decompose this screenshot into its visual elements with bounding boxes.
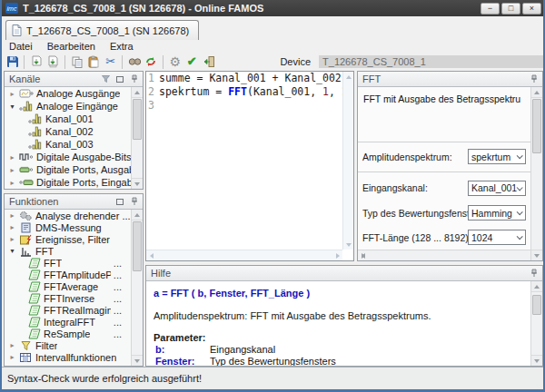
save-icon[interactable] [5, 54, 19, 69]
exit-icon[interactable] [202, 54, 215, 69]
expander-icon[interactable] [8, 247, 16, 255]
expander-icon[interactable] [8, 235, 16, 243]
tree-item-fftaverage[interactable]: FFTAverage ... [5, 280, 131, 292]
tree-item-fftamplitudephase[interactable]: FFTAmplitudePhase ... [5, 269, 131, 280]
sync-icon[interactable] [144, 54, 158, 69]
minimize-button[interactable] [481, 3, 500, 15]
parameter-dots[interactable]: ... [114, 317, 131, 328]
fft-vertical-scrollbar[interactable] [530, 87, 542, 260]
tree-item-ereignisse-filter[interactable]: Ereignisse, Filter [5, 233, 131, 245]
scrollbar-thumb[interactable] [532, 295, 541, 315]
tree-item-fft-group[interactable]: FFT [5, 245, 131, 257]
fft-laenge-dropdown[interactable]: 1024 [468, 230, 526, 245]
paste-icon[interactable] [87, 54, 101, 69]
editor-line[interactable]: 1summe = Kanal_001 + Kanal_002 [146, 72, 342, 85]
tree-item-fft[interactable]: FFT ... [5, 257, 131, 269]
tree-item-resample[interactable]: ReSample ... [5, 328, 131, 339]
pin-icon[interactable] [529, 74, 540, 84]
scroll-up-icon[interactable] [531, 87, 542, 98]
help-scrollbar[interactable] [530, 281, 542, 366]
tree-item-analoge-ausgaenge[interactable]: Analoge Ausgänge [5, 87, 131, 100]
channels-scrollbar[interactable] [131, 87, 143, 189]
tree-item-kanal-003[interactable]: Kanal_003 [5, 138, 131, 151]
scrollbar-thumb[interactable] [532, 99, 541, 153]
scroll-up-icon[interactable] [343, 72, 353, 82]
float-window-icon[interactable] [114, 196, 125, 207]
tree-item-fftinverse[interactable]: FFTInverse ... [5, 292, 131, 304]
tree-item-integralfft[interactable]: IntegralFFT ... [5, 316, 131, 328]
menu-datei[interactable]: Datei [9, 41, 33, 52]
fft-horizontal-scrollbar[interactable] [358, 250, 530, 260]
maximize-button[interactable] [501, 3, 520, 15]
tree-item-intervallfunktionen[interactable]: Intervallfunktionen [5, 351, 131, 363]
scroll-down-icon[interactable] [343, 240, 353, 250]
pin-icon[interactable] [129, 74, 140, 84]
scroll-left-icon[interactable] [146, 250, 156, 260]
export-device-icon[interactable] [46, 54, 60, 69]
syntax-check-icon[interactable]: ✔ [185, 54, 199, 69]
editor-line[interactable]: 2spekrtum = FFT(Kanal_001, 1, 1024) [146, 85, 342, 99]
menu-extra[interactable]: Extra [110, 41, 134, 52]
cut-icon[interactable]: ✂ [104, 54, 117, 69]
scroll-up-icon[interactable] [531, 281, 542, 292]
tree-item-digitale-ports-eingabe[interactable]: Digitale Ports, Eingabe [5, 176, 131, 189]
preview-icon[interactable] [127, 54, 141, 69]
expander-icon[interactable] [8, 166, 16, 174]
tree-item-fftrealimaginary[interactable]: FFTRealImaginary ... [5, 304, 131, 316]
import-device-icon[interactable] [29, 54, 43, 69]
parameter-dots[interactable]: ... [114, 305, 131, 316]
functions-scrollbar[interactable] [131, 210, 143, 366]
settings-icon[interactable]: ⚙ [168, 54, 182, 69]
expander-icon[interactable] [8, 353, 16, 361]
tree-item-dms-messung[interactable]: DMS-Messung [5, 221, 131, 233]
parameter-dots[interactable]: ... [114, 328, 131, 339]
scroll-right-icon[interactable] [358, 250, 369, 260]
expander-icon[interactable] [8, 211, 16, 220]
parameter-dots[interactable]: ... [114, 281, 131, 292]
expander-icon[interactable] [8, 223, 16, 231]
fft-panel-title: FFT [362, 74, 525, 84]
editor-line[interactable]: 3 [146, 99, 342, 113]
scroll-down-icon[interactable] [132, 178, 143, 189]
tree-item-analoge-eingaenge[interactable]: Analoge Eingänge [5, 100, 131, 113]
editor-horizontal-scrollbar[interactable] [146, 250, 342, 260]
code-editor[interactable]: 1summe = Kanal_001 + Kanal_002 2spekrtum… [145, 71, 354, 261]
scroll-down-icon[interactable] [132, 355, 143, 366]
amplitudenspektrum-dropdown[interactable]: spekrtum [468, 149, 526, 164]
editor-text-area[interactable]: 1summe = Kanal_001 + Kanal_002 2spekrtum… [146, 72, 342, 250]
scrollbar-thumb[interactable] [133, 221, 142, 271]
tree-item-digitale-ausgabe-bits[interactable]: Digitale Ausgabe-Bits [5, 151, 131, 163]
editor-vertical-scrollbar[interactable] [342, 72, 353, 250]
scroll-down-icon[interactable] [531, 355, 542, 366]
pin-icon[interactable] [529, 268, 540, 279]
eingangskanal-dropdown[interactable]: Kanal_001 [468, 181, 526, 196]
expander-icon[interactable] [8, 179, 16, 187]
scroll-up-icon[interactable] [132, 87, 143, 98]
parameter-dots[interactable]: ... [114, 270, 131, 280]
line-number: 1 [146, 72, 159, 85]
pin-icon[interactable] [129, 196, 140, 207]
expander-icon[interactable] [8, 341, 16, 349]
float-window-icon[interactable] [114, 74, 125, 84]
menu-bearbeiten[interactable]: Bearbeiten [47, 41, 95, 52]
scrollbar-thumb[interactable] [133, 99, 142, 140]
tree-item-filter[interactable]: Filter [5, 339, 131, 351]
tree-item-analyse-drehender[interactable]: Analyse drehender ... [5, 210, 131, 221]
line-number: 3 [146, 99, 159, 113]
fenstertyp-dropdown[interactable]: Hamming [468, 205, 526, 220]
expander-icon[interactable] [8, 153, 16, 162]
expander-icon[interactable] [8, 103, 16, 111]
filter-icon[interactable] [100, 74, 111, 84]
parameter-dots[interactable]: ... [114, 258, 131, 269]
parameter-dots[interactable]: ... [114, 293, 131, 304]
close-button[interactable] [522, 3, 541, 15]
expander-icon[interactable] [8, 90, 16, 98]
scroll-down-icon[interactable] [531, 250, 542, 260]
tree-item-digitale-ports-ausgabe[interactable]: Digitale Ports, Ausgabe [5, 163, 131, 176]
tab-document[interactable]: T_126678_CS_7008_1 (SN 126678) [5, 20, 199, 40]
tree-item-kanal-001[interactable]: Kanal_001 [5, 113, 131, 125]
scroll-up-icon[interactable] [132, 210, 143, 220]
copy-icon[interactable] [70, 54, 84, 69]
scroll-right-icon[interactable] [332, 250, 342, 260]
tree-item-kanal-002[interactable]: Kanal_002 [5, 125, 131, 138]
